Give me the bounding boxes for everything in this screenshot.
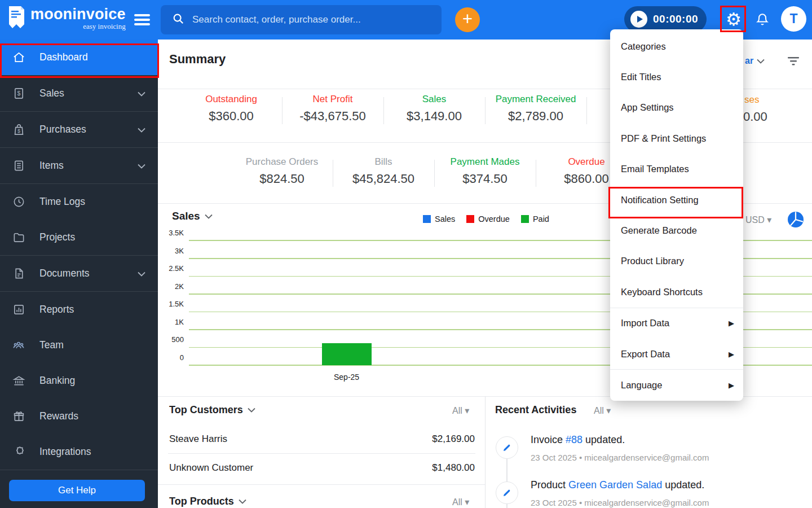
menu-item-label: PDF & Print Settings [621, 133, 706, 144]
timeline-connector [506, 504, 508, 508]
top-customers-title[interactable]: Top Customers [169, 404, 255, 416]
divider [485, 396, 486, 508]
activity-link[interactable]: #88 [566, 434, 582, 445]
menu-item-categories[interactable]: Categories [610, 31, 743, 62]
legend-item-paid[interactable]: Paid [521, 214, 549, 224]
sidebar-item-time-logs[interactable]: Time Logs [0, 184, 158, 220]
activity-text: Product [531, 479, 568, 491]
customer-row[interactable]: Unknown Customer $1,480.00 [169, 462, 475, 474]
stat-outstanding: Outstanding $360.00 [180, 94, 282, 124]
filter-icon[interactable] [787, 56, 800, 68]
activity-item[interactable]: Product Green Garden Salad updated. 23 O… [531, 479, 709, 507]
pencil-icon [502, 443, 512, 453]
user-avatar[interactable]: T [781, 6, 806, 32]
panel-title-text: Recent Activities [495, 404, 576, 416]
gift-icon [11, 410, 26, 423]
page-title: Summary [169, 52, 226, 67]
legend-item-sales[interactable]: Sales [423, 214, 455, 224]
sidebar-item-items[interactable]: Items [0, 148, 158, 183]
chart-bar-paid[interactable] [322, 343, 372, 365]
currency-selector[interactable]: USD ▾ [745, 214, 771, 225]
sidebar-item-reports[interactable]: Reports [0, 292, 158, 327]
y-axis-tick-label: 0 [180, 353, 184, 362]
hamburger-menu-icon[interactable] [134, 14, 150, 25]
timer-widget[interactable]: 00:00:00 [624, 6, 707, 32]
pencil-icon [502, 488, 512, 498]
filter-value: All [452, 497, 462, 507]
avatar-initial: T [789, 11, 797, 27]
chevron-down-icon [239, 499, 246, 504]
legend-swatch [521, 215, 529, 223]
search-input[interactable]: Search contact, order, purchase order... [161, 5, 442, 34]
sales-chart-title[interactable]: Sales [172, 210, 213, 222]
y-axis-tick-label: 1K [175, 318, 184, 326]
stat-value: $2,789.00 [485, 109, 586, 124]
chevron-down-icon [757, 59, 765, 64]
notifications-bell-icon[interactable] [755, 12, 770, 30]
period-selector-text: ar [745, 56, 753, 66]
activity-text: updated. [662, 479, 704, 491]
menu-item-import-data[interactable]: Import Data▶ [610, 308, 743, 339]
chevron-down-icon [138, 160, 145, 172]
menu-item-label: Edit Titles [621, 72, 661, 82]
menu-item-notification-setting[interactable]: Notification Setting [610, 185, 743, 215]
pie-chart-toggle-icon[interactable] [787, 211, 804, 230]
menu-item-label: Product Library [621, 256, 684, 266]
chevron-down-icon [138, 124, 145, 135]
menu-item-export-data[interactable]: Export Data▶ [610, 339, 743, 369]
stat-label: Outstanding [180, 94, 282, 105]
menu-item-pdf-print-settings[interactable]: PDF & Print Settings [610, 123, 743, 154]
quick-add-button[interactable]: + [455, 7, 480, 32]
stat-label: Net Profit [282, 94, 383, 105]
customer-row[interactable]: Steave Harris $2,169.00 [169, 433, 475, 445]
activity-item[interactable]: Invoice #88 updated. 23 Oct 2025 • micea… [531, 434, 709, 462]
sidebar-item-banking[interactable]: Banking [0, 363, 158, 398]
sidebar-item-integrations[interactable]: Integrations [0, 434, 158, 470]
legend-swatch [466, 215, 474, 223]
get-help-button[interactable]: Get Help [9, 480, 145, 501]
sidebar-item-team[interactable]: Team [0, 327, 158, 363]
y-axis-tick-label: 500 [171, 335, 184, 344]
sidebar-divider [0, 470, 158, 470]
menu-item-keyboard-shortcuts[interactable]: Keyboard Shortcuts [610, 277, 743, 307]
chart-y-axis: 05001K1.5K2K2.5K3K3.5K [158, 241, 184, 366]
menu-item-label: App Settings [621, 102, 674, 113]
brand-tagline: easy invoicing [30, 22, 126, 31]
period-selector-fragment[interactable]: ar [745, 56, 765, 66]
submenu-arrow-icon: ▶ [729, 381, 734, 389]
sidebar-item-projects[interactable]: Projects [0, 220, 158, 255]
chevron-down-icon [205, 214, 213, 219]
menu-item-edit-titles[interactable]: Edit Titles [610, 62, 743, 92]
menu-item-email-templates[interactable]: Email Templates [610, 154, 743, 185]
sidebar-item-label: Integrations [39, 446, 91, 458]
sidebar-item-label: Reports [39, 304, 74, 316]
top-products-title[interactable]: Top Products [169, 496, 246, 507]
top-customers-filter[interactable]: All ▾ [452, 405, 469, 416]
legend-label: Overdue [478, 214, 510, 224]
sidebar-item-rewards[interactable]: Rewards [0, 398, 158, 434]
settings-gear-icon[interactable]: ⚙ [724, 10, 743, 30]
divider [586, 97, 587, 124]
menu-item-language[interactable]: Language▶ [610, 370, 743, 400]
stat-value: -$43,675.50 [282, 109, 383, 124]
brand-logo[interactable]: mooninvoice easy invoicing [8, 5, 126, 32]
sidebar-item-label: Time Logs [39, 196, 85, 208]
sidebar-item-documents[interactable]: Documents [0, 256, 158, 291]
top-products-filter[interactable]: All ▾ [452, 497, 469, 507]
edit-activity-icon [496, 436, 518, 459]
sidebar-item-sales[interactable]: $ Sales [0, 76, 158, 111]
legend-item-overdue[interactable]: Overdue [466, 214, 510, 224]
legend-label: Sales [435, 214, 455, 224]
activity-link[interactable]: Green Garden Salad [568, 479, 662, 491]
menu-item-product-library[interactable]: Product Library [610, 246, 743, 277]
timeline-connector [506, 459, 508, 481]
sidebar-item-dashboard[interactable]: Dashboard [0, 40, 158, 75]
sidebar-item-label: Dashboard [39, 51, 88, 63]
play-icon[interactable] [630, 11, 647, 28]
menu-item-generate-barcode[interactable]: Generate Barcode [610, 215, 743, 246]
menu-item-app-settings[interactable]: App Settings [610, 93, 743, 123]
recent-activities-filter[interactable]: All ▾ [594, 405, 611, 416]
sidebar-item-purchases[interactable]: $ Purchases [0, 112, 158, 147]
search-icon [172, 12, 184, 27]
chevron-down-icon [248, 408, 255, 413]
